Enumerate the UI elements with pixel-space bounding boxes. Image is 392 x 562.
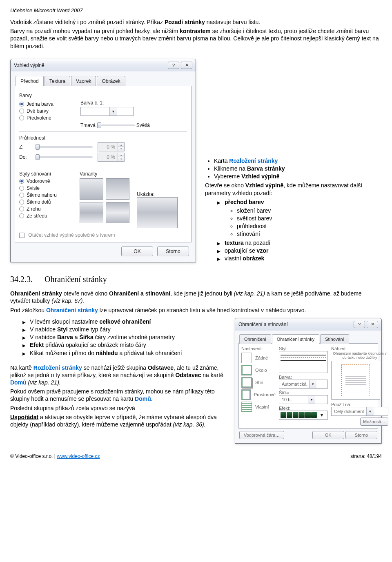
footer-link[interactable]: www.video-office.cz	[57, 453, 100, 459]
radio-dve-barvy[interactable]: Dvě barvy	[19, 108, 72, 114]
opt-okolo[interactable]: Okolo	[241, 365, 276, 375]
border-box-icon	[241, 365, 252, 375]
slider-thumb-icon	[36, 154, 40, 160]
art-icon	[299, 412, 305, 418]
border-shadow-icon	[241, 377, 252, 388]
tab-bar: Přechod Textura Vzorek Obrázek	[16, 76, 192, 86]
label-z: Z:	[19, 144, 31, 150]
help-button[interactable]: ?	[168, 62, 179, 69]
radio-icon	[19, 193, 24, 198]
t: Ze středu	[27, 213, 47, 219]
tab-ohraniceni-stranky[interactable]: Ohraničení stránky	[272, 334, 319, 344]
radio-jedna-barva[interactable]: Jedna barva	[19, 101, 72, 107]
t: nastavuje barvu listu.	[207, 19, 261, 25]
page-footer: © Video-office s.r.o. | www.video-office…	[0, 452, 392, 461]
close-button[interactable]: ✕	[181, 62, 192, 69]
trans-to-slider[interactable]	[36, 156, 93, 158]
group-barvy: Barvy	[19, 93, 187, 98]
dialog-title: Vzhled výplně	[14, 62, 166, 68]
t: Jedna barva	[27, 101, 53, 107]
tab-obrazek[interactable]: Obrázek	[97, 76, 125, 86]
t: Šikmo nahoru	[27, 192, 57, 198]
slider-thumb-icon	[36, 144, 40, 150]
label-barva-c1: Barva č. 1:	[80, 100, 150, 106]
cancel-button[interactable]: Storno	[157, 247, 189, 256]
radio-icon	[19, 213, 24, 218]
radio-icon	[19, 116, 24, 120]
preview-box	[137, 197, 178, 228]
list-item: průhlednost	[237, 222, 382, 230]
radio-vodorovne[interactable]: Vodorovně	[19, 178, 72, 184]
t: kontrastem	[180, 28, 210, 34]
tab-stinovani[interactable]: Stínování	[320, 334, 349, 344]
t: Dvě barvy	[27, 108, 49, 114]
hint-nahled: Ohraničení nastavíte klepnutím v obrázku…	[331, 352, 388, 360]
side-notes: Karta Rozložení stránky Klikneme na Barv…	[205, 59, 382, 263]
efekt-combo[interactable]: ▾	[279, 411, 328, 420]
checkbox-rotate[interactable]	[19, 233, 24, 238]
color-combo[interactable]: ▾	[80, 107, 134, 116]
label-nahled: Náhled	[331, 346, 388, 351]
intro-p2: Barvy na pozadí mohou vypadat na první p…	[10, 27, 382, 50]
art-icon	[305, 412, 311, 418]
p: Ohraničení stránky otevře nové okno Ohra…	[10, 290, 382, 304]
vodorovna-cara-button[interactable]: Vodorovná čára…	[239, 431, 284, 439]
moznosti-button[interactable]: Možnosti…	[360, 418, 388, 426]
pouzit-combo[interactable]: Celý dokument▾	[331, 407, 388, 416]
tab-prechod[interactable]: Přechod	[16, 76, 44, 86]
variant-option[interactable]	[106, 178, 129, 200]
label-do: Do:	[19, 154, 31, 160]
section-title: Ohraničení stránky	[45, 275, 107, 284]
radio-svisle[interactable]: Svisle	[19, 185, 72, 191]
ok-button[interactable]: OK	[312, 431, 344, 439]
slider-thumb-icon	[97, 122, 101, 128]
radio-icon	[19, 200, 24, 204]
radio-sikmo-nahoru[interactable]: Šikmo nahoru	[19, 192, 72, 198]
label-ukazka: Ukázka:	[137, 191, 178, 197]
t: Šikmo dolů	[27, 199, 51, 205]
help-button[interactable]: ?	[354, 321, 365, 328]
tab-textura[interactable]: Textura	[45, 76, 70, 86]
variant-option[interactable]	[106, 202, 129, 223]
radio-icon	[19, 102, 24, 107]
opt-prostor[interactable]: Prostorové	[241, 389, 276, 400]
opt-zadne[interactable]: Žádné	[241, 353, 276, 363]
trans-to-spinner[interactable]: 0 %▴▾	[98, 153, 125, 162]
shade-slider[interactable]	[97, 124, 135, 126]
radio-sikmo-dolu[interactable]: Šikmo dolů	[19, 199, 72, 205]
opt-vlastni[interactable]: Vlastní	[241, 402, 276, 412]
titlebar[interactable]: Vzhled výplně ? ✕	[11, 59, 196, 71]
label-tma: Tmavá	[80, 122, 96, 128]
chevron-down-icon: ▾	[308, 395, 315, 404]
label-barva: Barva:	[279, 375, 328, 380]
radio-predvolene[interactable]: Předvolené	[19, 115, 72, 121]
footer-page: strana: 48/194	[350, 453, 382, 459]
style-listbox[interactable]	[279, 351, 328, 373]
border-preview[interactable]	[331, 361, 380, 400]
cancel-button[interactable]: Storno	[345, 431, 377, 439]
label-efekt: Efekt:	[279, 406, 328, 411]
chevron-down-icon: ▾	[109, 107, 117, 116]
radio-ze-stredu[interactable]: Ze středu	[19, 213, 72, 219]
list-item: Karta Rozložení stránky	[214, 157, 382, 164]
trans-from-slider[interactable]	[36, 146, 93, 148]
radio-icon	[19, 186, 24, 191]
close-button[interactable]: ✕	[367, 321, 378, 328]
group-styly: Styly stínování	[19, 171, 72, 177]
tab-ohraniceni[interactable]: Ohraničení	[239, 334, 271, 344]
variant-option[interactable]	[80, 202, 103, 223]
list-item: přechod barev složení barev světlost bar…	[217, 198, 382, 238]
border-none-icon	[241, 353, 252, 363]
group-varianty: Varianty	[80, 171, 129, 177]
radio-z-rohu[interactable]: Z rohu	[19, 206, 72, 212]
variant-option[interactable]	[80, 178, 103, 200]
p: Pod záložkou Ohraničení stránky lze upra…	[10, 307, 382, 314]
trans-from-spinner[interactable]: 0 %▴▾	[98, 142, 125, 151]
barva-combo[interactable]: Automatická▾	[279, 380, 328, 389]
ok-button[interactable]: OK	[121, 247, 153, 256]
t: Vodotisk zůstane viditelný i po změně po…	[10, 19, 165, 25]
sirka-combo[interactable]: 10 b.▾	[279, 395, 328, 404]
tab-vzorek[interactable]: Vzorek	[71, 76, 96, 86]
opt-stin[interactable]: Stín	[241, 377, 276, 388]
titlebar[interactable]: Ohraničení a stínování ? ✕	[235, 318, 381, 331]
